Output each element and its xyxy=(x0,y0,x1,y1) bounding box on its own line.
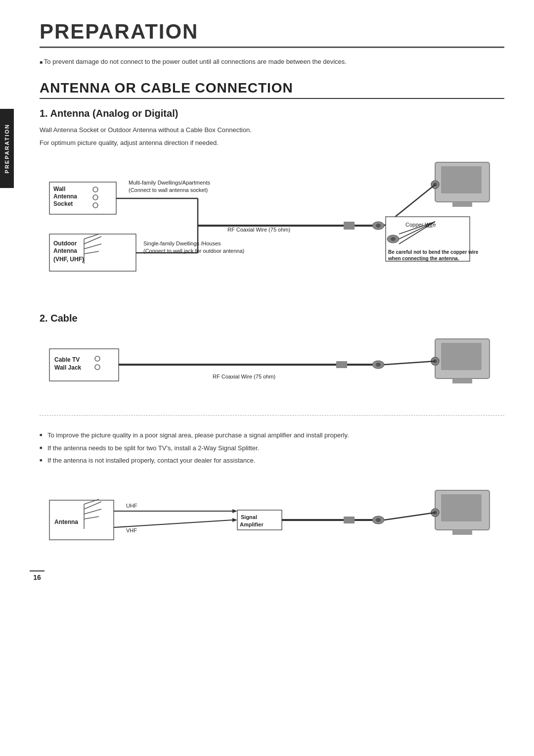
subsection1-title: 1. Antenna (Analog or Digital) xyxy=(40,108,504,119)
side-tab-label: PREPARATION xyxy=(4,124,10,173)
subsection1-desc2: For optimum picture quality, adjust ante… xyxy=(40,138,504,148)
svg-text:Multi-family Dwellings/Apartme: Multi-family Dwellings/Apartments xyxy=(129,180,211,186)
page-number: 16 xyxy=(30,570,44,581)
svg-text:Amplifier: Amplifier xyxy=(240,521,264,527)
svg-text:Single-family Dwellings /House: Single-family Dwellings /Houses xyxy=(143,240,221,246)
section-divider xyxy=(40,415,504,416)
side-tab: PREPARATION xyxy=(0,109,14,188)
svg-text:Be careful not to bend the cop: Be careful not to bend the copper wire xyxy=(388,249,479,255)
svg-text:Wall Jack: Wall Jack xyxy=(54,364,82,371)
svg-marker-79 xyxy=(232,518,237,522)
amplifier-diagram: Antenna UHF VHF Signal Amplifier xyxy=(40,475,504,562)
svg-rect-47 xyxy=(441,343,482,370)
svg-text:Outdoor: Outdoor xyxy=(53,240,77,247)
antenna-diagram-svg: Wall Antenna Socket Multi-family Dwellin… xyxy=(40,157,514,301)
svg-text:Socket: Socket xyxy=(53,200,73,207)
svg-point-34 xyxy=(376,224,381,228)
svg-marker-76 xyxy=(232,509,237,513)
svg-rect-84 xyxy=(344,517,355,523)
svg-text:RF Coaxial Wire (75 ohm): RF Coaxial Wire (75 ohm) xyxy=(213,374,275,379)
antenna-diagram: Wall Antenna Socket Multi-family Dwellin… xyxy=(40,157,504,303)
svg-text:Antenna: Antenna xyxy=(53,193,77,200)
svg-text:(Connect to wall jack for outd: (Connect to wall jack for outdoor antenn… xyxy=(143,248,244,254)
page-title: PREPARATION xyxy=(40,20,504,48)
svg-line-60 xyxy=(384,361,435,365)
svg-text:Signal: Signal xyxy=(241,514,257,520)
svg-rect-48 xyxy=(452,378,472,383)
amplifier-diagram-svg: Antenna UHF VHF Signal Amplifier xyxy=(40,475,514,560)
svg-line-87 xyxy=(384,513,435,520)
note-3: If the antenna is not installed properly… xyxy=(40,456,504,466)
svg-point-59 xyxy=(376,363,381,367)
intro-note: To prevent damage do not connect to the … xyxy=(40,58,504,65)
subsection1-desc1: Wall Antenna Socket or Outdoor Antenna w… xyxy=(40,125,504,135)
svg-text:Copper Wire: Copper Wire xyxy=(405,222,436,228)
svg-point-38 xyxy=(391,237,396,241)
svg-text:Cable TV: Cable TV xyxy=(54,356,80,363)
svg-text:VHF: VHF xyxy=(126,527,137,533)
svg-text:(VHF, UHF): (VHF, UHF) xyxy=(53,256,84,263)
svg-text:Antenna: Antenna xyxy=(53,247,77,254)
svg-text:Antenna: Antenna xyxy=(54,519,78,525)
svg-point-86 xyxy=(376,518,381,522)
svg-line-78 xyxy=(114,520,232,527)
svg-rect-1 xyxy=(441,166,482,193)
svg-text:RF Coaxial Wire (75 ohm): RF Coaxial Wire (75 ohm) xyxy=(227,227,290,233)
svg-text:UHF: UHF xyxy=(126,503,137,509)
svg-rect-32 xyxy=(344,222,355,230)
cable-diagram: Cable TV Wall Jack RF Coaxial Wire (75 o… xyxy=(40,334,504,400)
svg-rect-63 xyxy=(441,494,482,521)
section-title: ANTENNA OR CABLE CONNECTION xyxy=(40,80,504,99)
note-1: To improve the picture quality in a poor… xyxy=(40,430,504,440)
note-2: If the antenna needs to be split for two… xyxy=(40,443,504,453)
page: PREPARATION PREPARATION To prevent damag… xyxy=(0,0,534,591)
svg-text:(Connect to wall antenna socke: (Connect to wall antenna socket) xyxy=(129,187,208,193)
svg-rect-64 xyxy=(452,530,472,535)
svg-rect-57 xyxy=(336,361,347,368)
svg-text:when connecting the antenna.: when connecting the antenna. xyxy=(388,256,459,261)
notes-section: To improve the picture quality in a poor… xyxy=(40,430,504,466)
cable-diagram-svg: Cable TV Wall Jack RF Coaxial Wire (75 o… xyxy=(40,334,514,398)
svg-rect-2 xyxy=(452,202,472,207)
subsection2-title: 2. Cable xyxy=(40,313,504,324)
svg-text:Wall: Wall xyxy=(53,186,65,192)
